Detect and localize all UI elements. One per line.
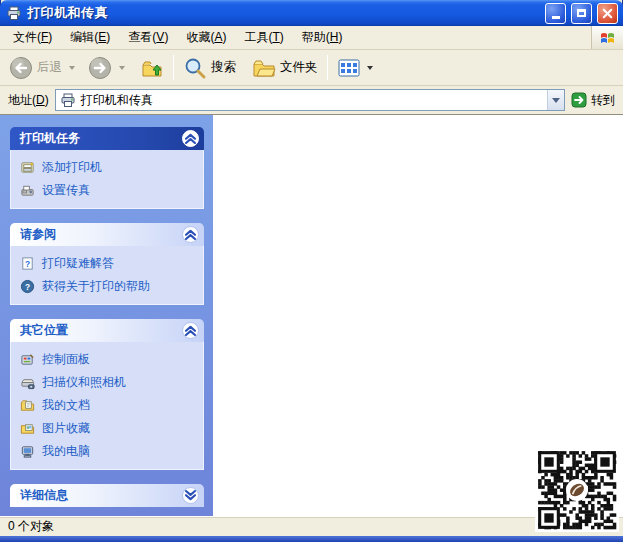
control-panel-icon	[20, 352, 35, 367]
menu-f[interactable]: 文件(F)	[4, 26, 61, 49]
task-link-label: 我的电脑	[42, 444, 90, 459]
my-pictures-icon	[20, 421, 35, 436]
views-icon	[337, 56, 361, 80]
close-button[interactable]	[597, 3, 618, 24]
task-pane-sidebar: 打印机任务添加打印机设置传真请参阅?打印疑难解答?获得关于打印的帮助其它位置控制…	[0, 115, 213, 516]
forward-history-dropdown[interactable]	[119, 66, 125, 70]
panel-title: 详细信息	[20, 487, 68, 504]
task-link[interactable]: 我的文档	[20, 398, 199, 413]
folders-button[interactable]: 文件夹	[249, 54, 321, 82]
minimize-icon	[552, 16, 560, 19]
menu-e[interactable]: 编辑(E)	[61, 26, 119, 49]
navigation-toolbar: 后退 搜索 文件夹	[0, 50, 623, 86]
task-link-label: 设置传真	[42, 183, 90, 198]
maximize-button[interactable]	[571, 3, 592, 24]
qr-code-watermark	[535, 448, 619, 532]
panel-title: 请参阅	[20, 226, 56, 243]
task-link-label: 获得关于打印的帮助	[42, 279, 150, 294]
scanner-camera-icon	[20, 375, 35, 390]
search-button[interactable]: 搜索	[180, 54, 239, 82]
my-documents-icon	[20, 398, 35, 413]
forward-button[interactable]	[85, 54, 115, 82]
panel-other-places: 其它位置控制面板扫描仪和照相机我的文档图片收藏我的电脑	[10, 319, 204, 470]
go-label: 转到	[591, 92, 615, 109]
folders-icon	[252, 56, 276, 80]
task-link[interactable]: 我的电脑	[20, 444, 199, 459]
windows-logo	[591, 26, 623, 49]
toolbar-separator	[173, 55, 174, 80]
object-count: 0 个对象	[8, 518, 54, 535]
my-computer-icon	[20, 444, 35, 459]
search-label: 搜索	[211, 59, 236, 76]
close-icon	[600, 6, 615, 21]
back-label: 后退	[37, 59, 62, 76]
menu-a[interactable]: 收藏(A)	[177, 26, 235, 49]
panel-body-other-places: 控制面板扫描仪和照相机我的文档图片收藏我的电脑	[10, 342, 204, 470]
address-dropdown-button[interactable]	[547, 90, 564, 110]
help-icon: ?	[20, 279, 35, 294]
address-input[interactable]: 打印机和传真	[55, 89, 565, 111]
windows-flag-icon	[600, 30, 616, 46]
menu-bar: 文件(F)编辑(E)查看(V)收藏(A)工具(T)帮助(H)	[0, 26, 623, 50]
address-bar: 地址(D) 打印机和传真 转到	[0, 86, 623, 114]
task-link-label: 打印疑难解答	[42, 256, 114, 271]
toolbar-separator	[327, 55, 328, 80]
maximize-icon	[577, 9, 586, 17]
menu-t[interactable]: 工具(T)	[235, 26, 292, 49]
views-button[interactable]	[334, 54, 378, 82]
window-title: 打印机和传真	[27, 4, 540, 22]
panel-title: 其它位置	[20, 322, 68, 339]
chevron-down-icon	[552, 98, 560, 103]
task-link[interactable]: ?获得关于打印的帮助	[20, 279, 199, 294]
svg-text:?: ?	[25, 282, 30, 292]
task-link-label: 我的文档	[42, 398, 90, 413]
chevron-double-up-icon[interactable]	[182, 226, 199, 243]
task-link[interactable]: 控制面板	[20, 352, 199, 367]
address-printer-icon	[60, 92, 76, 108]
panel-header-printer-tasks[interactable]: 打印机任务	[10, 127, 204, 150]
task-link-label: 控制面板	[42, 352, 90, 367]
window-bottom-border	[0, 536, 623, 542]
up-folder-icon	[140, 56, 164, 80]
go-arrow-icon	[571, 92, 587, 108]
svg-text:?: ?	[25, 259, 30, 269]
forward-arrow-icon	[88, 56, 112, 80]
task-link[interactable]: 设置传真	[20, 183, 199, 198]
chevron-double-down-icon[interactable]	[182, 487, 199, 504]
menu-h[interactable]: 帮助(H)	[293, 26, 352, 49]
panel-printer-tasks: 打印机任务添加打印机设置传真	[10, 127, 204, 209]
task-link[interactable]: 图片收藏	[20, 421, 199, 436]
go-button[interactable]: 转到	[571, 92, 617, 109]
folders-label: 文件夹	[280, 59, 318, 76]
chevron-double-up-icon[interactable]	[182, 130, 199, 147]
task-link[interactable]: 扫描仪和照相机	[20, 375, 199, 390]
task-link-label: 图片收藏	[42, 421, 90, 436]
task-link[interactable]: 添加打印机	[20, 160, 199, 175]
troubleshoot-icon: ?	[20, 256, 35, 271]
up-button[interactable]	[137, 54, 167, 82]
panel-see-also: 请参阅?打印疑难解答?获得关于打印的帮助	[10, 223, 204, 305]
back-arrow-icon	[9, 56, 33, 80]
back-history-dropdown[interactable]	[69, 66, 75, 70]
panel-title: 打印机任务	[20, 130, 80, 147]
panel-header-other-places[interactable]: 其它位置	[10, 319, 204, 342]
address-value: 打印机和传真	[81, 92, 153, 109]
window-printer-icon	[6, 5, 22, 21]
menu-items: 文件(F)编辑(E)查看(V)收藏(A)工具(T)帮助(H)	[0, 26, 591, 49]
panel-header-see-also[interactable]: 请参阅	[10, 223, 204, 246]
back-button[interactable]: 后退	[6, 54, 65, 82]
task-link[interactable]: ?打印疑难解答	[20, 256, 199, 271]
panel-header-details[interactable]: 详细信息	[10, 484, 204, 507]
panel-body-see-also: ?打印疑难解答?获得关于打印的帮助	[10, 246, 204, 305]
chevron-double-up-icon[interactable]	[182, 322, 199, 339]
task-link-label: 扫描仪和照相机	[42, 375, 126, 390]
task-link-label: 添加打印机	[42, 160, 102, 175]
address-label: 地址(D)	[8, 92, 49, 109]
fax-icon	[20, 183, 35, 198]
panel-body-printer-tasks: 添加打印机设置传真	[10, 150, 204, 209]
panel-details: 详细信息	[10, 484, 204, 507]
menu-v[interactable]: 查看(V)	[119, 26, 177, 49]
minimize-button[interactable]	[545, 3, 566, 24]
add-printer-icon	[20, 160, 35, 175]
views-dropdown-icon	[367, 66, 373, 70]
